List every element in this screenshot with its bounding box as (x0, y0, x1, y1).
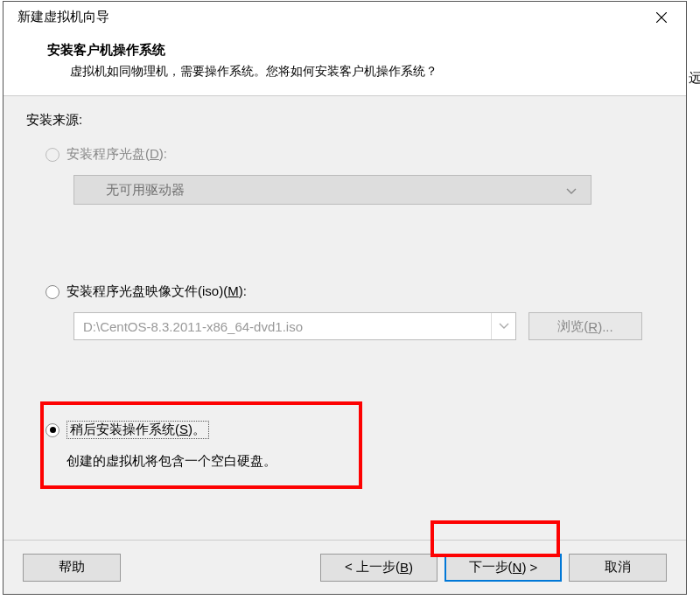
radio-icon (46, 423, 60, 437)
radio-icon (46, 285, 60, 299)
radio-label-disc: 安装程序光盘(D): (66, 146, 167, 163)
radio-installer-disc: 安装程序光盘(D): (46, 146, 667, 163)
wizard-content: 安装来源: 安装程序光盘(D): 无可用驱动器 安装程序光盘映像文件(iso)(… (4, 96, 686, 540)
dropdown-text: 无可用驱动器 (106, 182, 185, 199)
wizard-footer: 帮助 < 上一步(B) 下一步(N) > 取消 (4, 540, 686, 594)
install-source-label: 安装来源: (26, 112, 667, 129)
disc-drive-dropdown: 无可用驱动器 (74, 175, 592, 205)
radio-install-later[interactable]: 稍后安装操作系统(S)。 (46, 421, 667, 439)
window-title: 新建虚拟机向导 (18, 9, 109, 25)
radio-label-iso: 安装程序光盘映像文件(iso)(M): (66, 283, 247, 300)
wizard-header: 安装客户机操作系统 虚拟机如同物理机，需要操作系统。您将如何安装客户机操作系统？ (4, 33, 686, 96)
help-button[interactable]: 帮助 (23, 554, 121, 582)
radio-iso-file[interactable]: 安装程序光盘映像文件(iso)(M): (46, 283, 667, 300)
iso-path-combo: D:\CentOS-8.3.2011-x86_64-dvd1.iso (74, 312, 516, 340)
titlebar: 新建虚拟机向导 (4, 2, 686, 33)
chevron-down-icon (491, 313, 515, 339)
radio-icon (46, 148, 60, 162)
browse-button: 浏览(R)... (528, 312, 642, 340)
install-later-hint: 创建的虚拟机将包含一个空白硬盘。 (66, 453, 667, 470)
close-icon (656, 12, 667, 23)
page-subtitle: 虚拟机如同物理机，需要操作系统。您将如何安装客户机操作系统？ (47, 64, 672, 80)
chevron-down-icon (566, 183, 577, 198)
next-button[interactable]: 下一步(N) > (444, 554, 562, 582)
back-button[interactable]: < 上一步(B) (320, 554, 438, 582)
iso-path-text: D:\CentOS-8.3.2011-x86_64-dvd1.iso (74, 319, 491, 334)
cancel-button[interactable]: 取消 (569, 554, 667, 582)
wizard-window: 新建虚拟机向导 安装客户机操作系统 虚拟机如同物理机，需要操作系统。您将如何安装… (3, 1, 687, 595)
page-title: 安装客户机操作系统 (47, 42, 672, 59)
close-button[interactable] (644, 3, 679, 31)
radio-label-later: 稍后安装操作系统(S)。 (66, 421, 209, 439)
background-partial-text: 远 (689, 70, 700, 87)
